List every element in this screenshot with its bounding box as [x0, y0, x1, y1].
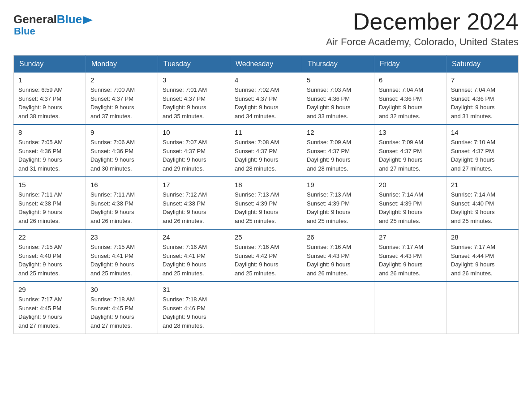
day-info: Sunrise: 7:02 AM Sunset: 4:37 PM Dayligh…: [235, 86, 297, 120]
calendar-cell: 28 Sunrise: 7:17 AM Sunset: 4:44 PM Dayl…: [446, 229, 519, 282]
location-subtitle: Air Force Academy, Colorado, United Stat…: [326, 36, 519, 48]
day-info: Sunrise: 7:09 AM Sunset: 4:37 PM Dayligh…: [379, 138, 442, 173]
day-info: Sunrise: 7:13 AM Sunset: 4:39 PM Dayligh…: [235, 190, 297, 225]
day-info: Sunrise: 7:18 AM Sunset: 4:45 PM Dayligh…: [90, 295, 153, 330]
day-info: Sunrise: 7:03 AM Sunset: 4:36 PM Dayligh…: [307, 86, 369, 120]
calendar-cell: 22 Sunrise: 7:15 AM Sunset: 4:40 PM Dayl…: [14, 229, 86, 282]
calendar-week-row: 1 Sunrise: 6:59 AM Sunset: 4:37 PM Dayli…: [14, 73, 519, 124]
calendar-cell: 18 Sunrise: 7:13 AM Sunset: 4:39 PM Dayl…: [230, 177, 302, 229]
day-info: Sunrise: 7:11 AM Sunset: 4:38 PM Dayligh…: [18, 190, 81, 225]
calendar-cell: [374, 282, 446, 334]
day-number: 14: [451, 128, 514, 136]
day-info: Sunrise: 7:15 AM Sunset: 4:41 PM Dayligh…: [90, 243, 153, 278]
calendar-cell: 3 Sunrise: 7:01 AM Sunset: 4:37 PM Dayli…: [158, 73, 230, 124]
logo-blue-part: Blue: [57, 13, 93, 26]
calendar-cell: 8 Sunrise: 7:05 AM Sunset: 4:36 PM Dayli…: [14, 124, 86, 177]
weekday-header-sunday: Sunday: [14, 56, 86, 73]
day-info: Sunrise: 7:16 AM Sunset: 4:42 PM Dayligh…: [235, 243, 297, 278]
calendar-cell: 14 Sunrise: 7:10 AM Sunset: 4:37 PM Dayl…: [446, 124, 519, 177]
calendar-cell: 11 Sunrise: 7:08 AM Sunset: 4:37 PM Dayl…: [230, 124, 302, 177]
day-info: Sunrise: 7:18 AM Sunset: 4:46 PM Dayligh…: [163, 295, 225, 330]
day-info: Sunrise: 7:11 AM Sunset: 4:38 PM Dayligh…: [90, 190, 153, 225]
calendar-cell: 19 Sunrise: 7:13 AM Sunset: 4:39 PM Dayl…: [302, 177, 374, 229]
day-info: Sunrise: 7:08 AM Sunset: 4:37 PM Dayligh…: [235, 138, 297, 173]
calendar-cell: 15 Sunrise: 7:11 AM Sunset: 4:38 PM Dayl…: [14, 177, 86, 229]
day-number: 9: [90, 128, 153, 136]
calendar-cell: 30 Sunrise: 7:18 AM Sunset: 4:45 PM Dayl…: [86, 282, 158, 334]
calendar-cell: 24 Sunrise: 7:16 AM Sunset: 4:41 PM Dayl…: [158, 229, 230, 282]
day-number: 30: [90, 286, 153, 293]
day-number: 19: [307, 181, 369, 188]
day-info: Sunrise: 7:07 AM Sunset: 4:37 PM Dayligh…: [163, 138, 225, 173]
day-info: Sunrise: 7:12 AM Sunset: 4:38 PM Dayligh…: [163, 190, 225, 225]
day-number: 22: [18, 233, 81, 241]
day-info: Sunrise: 7:14 AM Sunset: 4:39 PM Dayligh…: [379, 190, 442, 225]
day-info: Sunrise: 7:16 AM Sunset: 4:41 PM Dayligh…: [163, 243, 225, 278]
weekday-header-tuesday: Tuesday: [158, 56, 230, 73]
calendar-table: SundayMondayTuesdayWednesdayThursdayFrid…: [13, 55, 519, 334]
calendar-cell: 4 Sunrise: 7:02 AM Sunset: 4:37 PM Dayli…: [230, 73, 302, 124]
day-info: Sunrise: 7:10 AM Sunset: 4:37 PM Dayligh…: [451, 138, 514, 173]
month-title: December 2024: [326, 9, 519, 34]
calendar-cell: 26 Sunrise: 7:16 AM Sunset: 4:43 PM Dayl…: [302, 229, 374, 282]
calendar-cell: 7 Sunrise: 7:04 AM Sunset: 4:36 PM Dayli…: [446, 73, 519, 124]
calendar-cell: 6 Sunrise: 7:04 AM Sunset: 4:36 PM Dayli…: [374, 73, 446, 124]
calendar-cell: 31 Sunrise: 7:18 AM Sunset: 4:46 PM Dayl…: [158, 282, 230, 334]
day-number: 17: [163, 181, 225, 188]
day-number: 15: [18, 181, 81, 188]
day-info: Sunrise: 7:14 AM Sunset: 4:40 PM Dayligh…: [451, 190, 514, 225]
day-number: 16: [90, 181, 153, 188]
svg-marker-0: [83, 16, 93, 24]
weekday-header-wednesday: Wednesday: [230, 56, 302, 73]
calendar-cell: 13 Sunrise: 7:09 AM Sunset: 4:37 PM Dayl…: [374, 124, 446, 177]
day-info: Sunrise: 7:15 AM Sunset: 4:40 PM Dayligh…: [18, 243, 81, 278]
calendar-cell: 1 Sunrise: 6:59 AM Sunset: 4:37 PM Dayli…: [14, 73, 86, 124]
day-number: 28: [451, 233, 514, 241]
calendar-cell: 12 Sunrise: 7:09 AM Sunset: 4:37 PM Dayl…: [302, 124, 374, 177]
day-number: 5: [307, 76, 369, 84]
weekday-header-monday: Monday: [86, 56, 158, 73]
day-info: Sunrise: 7:00 AM Sunset: 4:37 PM Dayligh…: [90, 86, 153, 120]
day-info: Sunrise: 7:01 AM Sunset: 4:37 PM Dayligh…: [163, 86, 225, 120]
calendar-week-row: 8 Sunrise: 7:05 AM Sunset: 4:36 PM Dayli…: [14, 124, 519, 177]
calendar-cell: 21 Sunrise: 7:14 AM Sunset: 4:40 PM Dayl…: [446, 177, 519, 229]
calendar-cell: 5 Sunrise: 7:03 AM Sunset: 4:36 PM Dayli…: [302, 73, 374, 124]
weekday-header-friday: Friday: [374, 56, 446, 73]
calendar-cell: 25 Sunrise: 7:16 AM Sunset: 4:42 PM Dayl…: [230, 229, 302, 282]
weekday-header-saturday: Saturday: [446, 56, 519, 73]
day-info: Sunrise: 7:17 AM Sunset: 4:43 PM Dayligh…: [379, 243, 442, 278]
calendar-cell: [302, 282, 374, 334]
calendar-week-row: 29 Sunrise: 7:17 AM Sunset: 4:45 PM Dayl…: [14, 282, 519, 334]
day-number: 2: [90, 76, 153, 84]
day-info: Sunrise: 7:13 AM Sunset: 4:39 PM Dayligh…: [307, 190, 369, 225]
logo-general-text: General: [13, 13, 57, 26]
day-info: Sunrise: 7:06 AM Sunset: 4:36 PM Dayligh…: [90, 138, 153, 173]
day-number: 12: [307, 128, 369, 136]
day-number: 6: [379, 76, 442, 84]
calendar-cell: 9 Sunrise: 7:06 AM Sunset: 4:36 PM Dayli…: [86, 124, 158, 177]
day-number: 21: [451, 181, 514, 188]
day-number: 13: [379, 128, 442, 136]
calendar-week-row: 15 Sunrise: 7:11 AM Sunset: 4:38 PM Dayl…: [14, 177, 519, 229]
calendar-cell: 23 Sunrise: 7:15 AM Sunset: 4:41 PM Dayl…: [86, 229, 158, 282]
calendar-cell: 17 Sunrise: 7:12 AM Sunset: 4:38 PM Dayl…: [158, 177, 230, 229]
calendar-cell: [230, 282, 302, 334]
day-number: 10: [163, 128, 225, 136]
logo: General Blue Blue: [13, 13, 93, 37]
day-number: 3: [163, 76, 225, 84]
day-number: 23: [90, 233, 153, 241]
day-number: 1: [18, 76, 81, 84]
day-number: 20: [379, 181, 442, 188]
day-info: Sunrise: 6:59 AM Sunset: 4:37 PM Dayligh…: [18, 86, 81, 120]
day-number: 8: [18, 128, 81, 136]
day-number: 4: [235, 76, 297, 84]
day-number: 27: [379, 233, 442, 241]
day-number: 18: [235, 181, 297, 188]
day-info: Sunrise: 7:05 AM Sunset: 4:36 PM Dayligh…: [18, 138, 81, 173]
weekday-header-thursday: Thursday: [302, 56, 374, 73]
calendar-cell: 29 Sunrise: 7:17 AM Sunset: 4:45 PM Dayl…: [14, 282, 86, 334]
day-number: 24: [163, 233, 225, 241]
day-number: 29: [18, 286, 81, 293]
calendar-cell: [446, 282, 519, 334]
day-info: Sunrise: 7:16 AM Sunset: 4:43 PM Dayligh…: [307, 243, 369, 278]
